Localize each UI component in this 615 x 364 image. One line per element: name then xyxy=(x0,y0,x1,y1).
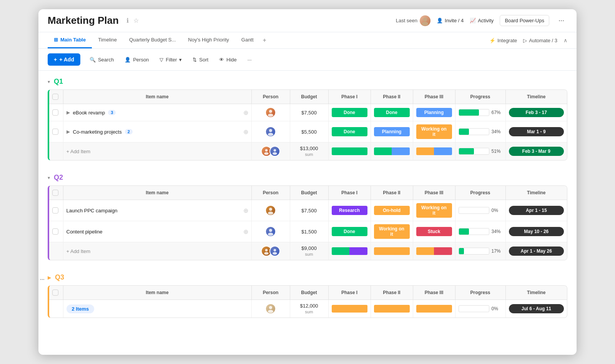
add-row-icon[interactable]: ⊕ xyxy=(243,109,248,116)
group-q3-chevron[interactable]: ▶ xyxy=(48,275,51,280)
row-budget[interactable]: $7,500 xyxy=(290,200,328,221)
th-item-name: Item name xyxy=(63,90,251,104)
row-phase3[interactable]: Planning xyxy=(413,104,455,121)
row-timeline[interactable]: May 10 - 26 xyxy=(505,221,567,242)
svg-point-12 xyxy=(269,229,272,232)
row-phase3[interactable]: Stuck xyxy=(413,221,455,242)
th-person: Person xyxy=(251,186,290,200)
row-cb[interactable] xyxy=(49,121,63,142)
row-person[interactable] xyxy=(251,221,290,242)
board-powerups-button[interactable]: Board Power-Ups xyxy=(500,15,549,26)
row-person[interactable] xyxy=(251,121,290,142)
summary-add-item[interactable]: + Add Item xyxy=(63,242,251,260)
summary-budget: $13,000sum xyxy=(290,142,328,160)
header-star-icon[interactable]: ☆ xyxy=(133,17,139,24)
row-budget[interactable]: $5,500 xyxy=(290,121,328,142)
header-checkbox[interactable] xyxy=(52,290,58,296)
th-budget: Budget xyxy=(290,90,328,104)
group-q3-header[interactable]: ▶ Q3 xyxy=(38,270,577,285)
table-row: ▶ Co-marketing projects 2 ⊕ xyxy=(49,121,567,142)
svg-point-17 xyxy=(273,252,277,255)
summary-timeline: Feb 3 - Mar 9 xyxy=(505,142,567,160)
th-phase2: Phase II xyxy=(371,90,413,104)
filter-button[interactable]: ▽ Filter ▾ xyxy=(155,54,186,65)
svg-point-18 xyxy=(269,306,272,309)
items-badge-cell[interactable]: 2 Items xyxy=(63,300,251,318)
automate-button[interactable]: ▷ Automate / 3 xyxy=(523,38,557,43)
row-phase3[interactable]: Working on it xyxy=(413,121,455,142)
tab-timeline[interactable]: Timeline xyxy=(92,32,123,48)
header-checkbox[interactable] xyxy=(52,190,58,196)
summary-phase3 xyxy=(413,142,455,160)
tab-quarterly[interactable]: Quarterly Budget S... xyxy=(123,32,182,48)
row-phase1[interactable]: Done xyxy=(328,121,371,142)
home-icon: ⊞ xyxy=(54,37,58,43)
group-q1-header[interactable]: ▾ Q1 xyxy=(38,74,577,89)
add-tab-button[interactable]: + xyxy=(260,32,269,48)
summary-budget: $12,000sum xyxy=(290,300,328,318)
header-info-icon[interactable]: ℹ xyxy=(126,17,129,24)
person-filter-icon: 👤 xyxy=(125,57,131,63)
tab-gantt[interactable]: Gantt xyxy=(235,32,260,48)
summary-phase1 xyxy=(328,300,371,318)
group-q1-table: Item name Person Budget Phase I Phase II… xyxy=(48,89,567,160)
row-budget[interactable]: $7,500 xyxy=(290,104,328,121)
row-timeline[interactable]: Feb 3 - 17 xyxy=(505,104,567,121)
activity-button[interactable]: 📈 Activity xyxy=(470,18,494,23)
row-phase1[interactable]: Done xyxy=(328,104,371,121)
summary-timeline: Apr 1 - May 26 xyxy=(505,242,567,260)
summary-add-item[interactable]: + Add Item xyxy=(63,142,251,160)
row-phase1[interactable]: Research xyxy=(328,200,371,221)
row-phase2[interactable]: Working on it xyxy=(371,221,413,242)
th-item-name: Item name xyxy=(63,186,251,200)
row-cb[interactable] xyxy=(49,200,63,221)
row-person[interactable] xyxy=(251,104,290,121)
row-phase2[interactable]: Planning xyxy=(371,121,413,142)
header-checkbox[interactable] xyxy=(52,94,58,100)
add-row-icon[interactable]: ⊕ xyxy=(243,207,248,214)
summary-phase1 xyxy=(328,242,371,260)
sort-button[interactable]: ⇅ Sort xyxy=(188,54,213,65)
row-cb[interactable] xyxy=(49,221,63,242)
add-row-icon[interactable]: ⊕ xyxy=(243,228,248,235)
filter-icon: ▽ xyxy=(160,57,163,63)
row-timeline[interactable]: Mar 1 - 9 xyxy=(505,121,567,142)
tab-priority[interactable]: Noy's High Priority xyxy=(182,32,235,48)
invite-button[interactable]: 👤 Invite / 4 xyxy=(437,18,464,23)
header-more-button[interactable]: ··· xyxy=(555,15,567,26)
row-cb[interactable] xyxy=(49,104,63,121)
row-progress[interactable]: 0% xyxy=(455,200,505,221)
hide-button[interactable]: 👁 Hide xyxy=(214,54,241,65)
expand-icon[interactable]: ▶ xyxy=(66,129,70,134)
row-progress[interactable]: 34% xyxy=(455,221,505,242)
group-q1-chevron[interactable]: ▾ xyxy=(48,79,50,84)
row-person[interactable] xyxy=(251,200,290,221)
svg-point-19 xyxy=(268,310,273,313)
more-toolbar-button[interactable]: ··· xyxy=(243,54,256,65)
row-phase1[interactable]: Done xyxy=(328,221,371,242)
row-phase2[interactable]: On-hold xyxy=(371,200,413,221)
svg-point-9 xyxy=(273,152,277,155)
group-q2-table: Item name Person Budget Phase I Phase II… xyxy=(48,185,567,260)
tab-main-table[interactable]: ⊞ Main Table xyxy=(48,32,92,48)
tabs-collapse-button[interactable]: ∧ xyxy=(563,37,567,43)
row-phase2[interactable]: Done xyxy=(371,104,413,121)
th-progress: Progress xyxy=(455,286,505,300)
svg-point-16 xyxy=(274,249,276,251)
hide-icon: 👁 xyxy=(219,57,224,63)
person-button[interactable]: 👤 Person xyxy=(120,54,153,65)
add-row-icon[interactable]: ⊕ xyxy=(243,128,248,136)
expand-icon[interactable]: ▶ xyxy=(66,110,70,115)
th-budget: Budget xyxy=(290,286,328,300)
row-timeline[interactable]: Apr 1 - 15 xyxy=(505,200,567,221)
row-progress[interactable]: 67% xyxy=(455,104,505,121)
svg-point-11 xyxy=(268,212,273,215)
add-button[interactable]: + + Add xyxy=(48,53,80,66)
search-button[interactable]: 🔍 Search xyxy=(85,54,118,65)
row-budget[interactable]: $1,500 xyxy=(290,221,328,242)
row-progress[interactable]: 34% xyxy=(455,121,505,142)
group-q2-header[interactable]: ▾ Q2 xyxy=(38,170,577,185)
group-q2-chevron[interactable]: ▾ xyxy=(48,175,50,180)
integrate-button[interactable]: ⚡ Integrate xyxy=(489,38,517,43)
row-phase3[interactable]: Working on it xyxy=(413,200,455,221)
